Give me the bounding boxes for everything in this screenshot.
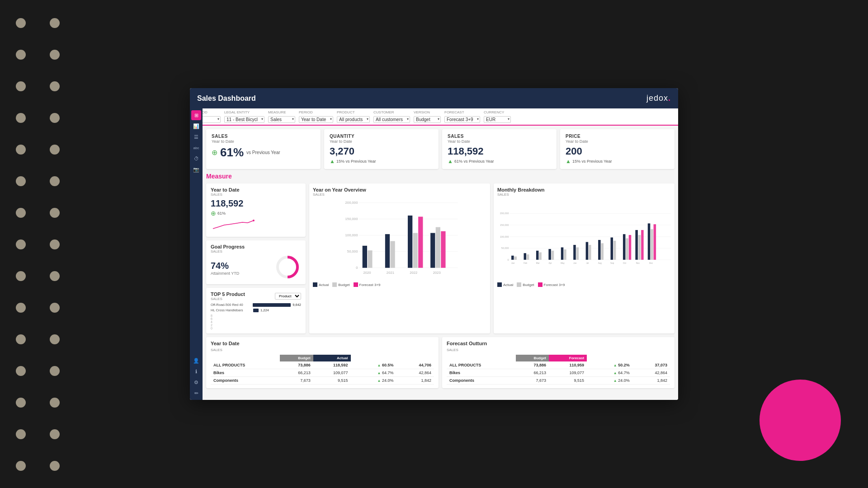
filter-select-wrap-3: Year to DateMonthYTD <box>299 115 333 123</box>
filter-group-4: ProductAll products <box>337 110 370 123</box>
svg-text:2020: 2020 <box>363 271 371 275</box>
forecast-table-row-0: ALL PRODUCTS 73,886 110,959 ▲ 50.2% 37,0… <box>447 361 670 369</box>
ytd-table-title: Year to Date <box>211 341 434 346</box>
filter-select-1[interactable]: 11 - Best Bicycl <box>224 116 264 123</box>
ytd-cell-budget-2: 7,673 <box>280 377 313 385</box>
yoy-chart-subtitle: SALES <box>313 192 486 197</box>
kpi-arrow-3: ▲ <box>566 158 571 164</box>
sidebar-icon-info[interactable]: ℹ <box>191 366 201 376</box>
ytd-cell-actual-1: 109,077 <box>313 369 351 377</box>
svg-text:Feb: Feb <box>524 262 527 264</box>
dot <box>16 429 26 439</box>
top5-panel: TOP 5 Product Sales Product Off-Road-500… <box>206 288 306 333</box>
legend-actual-icon <box>313 282 317 287</box>
svg-rect-45 <box>539 252 541 259</box>
filter-select-7[interactable]: Forecast 3+9Forecast 6+6 <box>444 116 480 123</box>
monthly-legend: Actual Budget Forecast 3+9 <box>497 282 671 287</box>
tables-row: Year to Date Sales Product Budget Actual… <box>206 337 675 388</box>
ytd-table-row-1: Bikes 66,213 109,077 ▲ 64.7% 42,864 <box>211 369 434 377</box>
sidebar-icon-tools[interactable]: ✏ <box>191 388 201 398</box>
charts-row: Year to Date Sales 118,592 ⊕ 61% Goal <box>206 183 675 333</box>
forecast-cell-label-0: ALL PRODUCTS <box>447 361 516 369</box>
top5-bar-list: Off-Road-500 Red 40 9,642 HL Cross Handl… <box>211 303 301 312</box>
sidebar-icon-camera[interactable]: 📷 <box>191 164 201 174</box>
svg-rect-22 <box>441 231 445 268</box>
sidebar-icon-chart[interactable]: 📊 <box>191 121 201 131</box>
dot <box>50 176 60 186</box>
filter-select-3[interactable]: Year to DateMonthYTD <box>299 116 333 123</box>
svg-text:150,000: 150,000 <box>345 217 358 221</box>
svg-text:50,000: 50,000 <box>347 249 358 253</box>
ytd-table-row-0: ALL PRODUCTS 73,886 118,592 ▲ 60.5% 44,7… <box>211 361 434 369</box>
filter-select-2[interactable]: SalesQuantityPrice <box>268 116 295 123</box>
yoy-chart-svg: 200,000 150,000 100,000 50,000 0 <box>313 199 486 281</box>
forecast-cell-budget-1: 66,213 <box>516 369 549 377</box>
filter-select-8[interactable]: EURUSDGBP <box>484 116 511 123</box>
filter-group-8: CurrencyEURUSDGBP <box>484 110 511 123</box>
kpi-change-1: ▲ 15% vs Previous Year <box>330 158 433 164</box>
dot <box>16 239 26 249</box>
ytd-table: Product Budget Actual Variance % Varianc… <box>211 355 434 385</box>
top5-item-0: Off-Road-500 Red 40 9,642 <box>211 303 301 307</box>
filter-select-6[interactable]: BudgetActual <box>414 116 441 123</box>
dot <box>50 366 60 376</box>
goal-title: Goal Progress <box>211 244 301 249</box>
kpi-title-0: SALES <box>212 134 315 139</box>
filter-select-wrap-7: Forecast 3+9Forecast 6+6 <box>444 115 480 123</box>
filter-label-2: Measure <box>268 110 295 114</box>
kpi-value-0: 61% <box>220 145 244 160</box>
sidebar-icon-user[interactable]: 👤 <box>191 356 201 366</box>
dot <box>50 429 60 439</box>
svg-text:200,000: 200,000 <box>500 212 509 215</box>
top5-yaxis: 86420 <box>211 314 301 330</box>
sidebar-icon-list[interactable]: ☰ <box>191 132 201 142</box>
filter-label-4: Product <box>337 110 370 114</box>
monthly-legend-actual-icon <box>497 282 502 287</box>
svg-rect-51 <box>576 247 579 259</box>
svg-text:Jul: Jul <box>586 262 589 264</box>
filter-group-1: Legal Entity11 - Best Bicycl <box>224 110 264 123</box>
svg-rect-42 <box>524 253 526 260</box>
svg-rect-27 <box>313 282 317 287</box>
ytd-table-panel: Year to Date Sales Product Budget Actual… <box>206 337 439 388</box>
monthly-legend-forecast-icon <box>538 282 542 287</box>
dot <box>16 303 26 313</box>
legend-forecast-icon <box>354 282 358 287</box>
top5-title: TOP 5 Product Sales <box>211 291 245 301</box>
svg-rect-61 <box>635 230 637 260</box>
ytd-cell-label-0: ALL PRODUCTS <box>211 361 280 369</box>
sidebar-icon-home[interactable]: ⊞ <box>191 110 201 120</box>
sidebar-icon-settings[interactable]: ⚙ <box>191 377 201 387</box>
kpi-title-1: QUANTITY <box>330 134 433 139</box>
sidebar-icon-analytics[interactable]: abc <box>191 143 201 153</box>
forecast-cell-forecast-1: 109,077 <box>549 369 587 377</box>
forecast-table-title: Forecast Outturn <box>447 341 670 346</box>
forecast-th-product: Product <box>447 355 516 361</box>
forecast-cell-varpct-2: ▲ 24.0% <box>587 377 632 385</box>
top5-product-select[interactable]: Product <box>275 293 301 300</box>
filter-select-wrap-6: BudgetActual <box>414 115 441 123</box>
filter-group-7: ForecastForecast 3+9Forecast 6+6 <box>444 110 480 123</box>
top5-bar-1 <box>253 309 259 312</box>
monthly-chart-area: 200,000 150,000 100,000 50,000 0 <box>497 199 671 281</box>
sidebar-icon-clock[interactable]: ⏱ <box>191 154 201 164</box>
kpi-subtitle-3: Year to Date <box>566 139 669 144</box>
svg-text:2023: 2023 <box>433 271 441 275</box>
ytd-arrow: ⊕ <box>211 210 216 217</box>
ytd-panel-subtitle: Sales <box>211 192 301 197</box>
dot <box>50 81 60 91</box>
top5-item-1: HL Cross Handlebars 1,224 <box>211 308 301 312</box>
filter-group-5: CustomerAll customers <box>373 110 410 123</box>
legend-actual: Actual <box>313 282 329 287</box>
ytd-cell-variance-0: 44,706 <box>396 361 434 369</box>
ytd-table-body: ALL PRODUCTS 73,886 118,592 ▲ 60.5% 44,7… <box>211 361 434 385</box>
filter-select-5[interactable]: All customers <box>373 116 410 123</box>
svg-rect-63 <box>641 230 643 260</box>
filter-select-4[interactable]: All products <box>337 116 370 123</box>
svg-rect-49 <box>564 249 566 260</box>
svg-text:200,000: 200,000 <box>345 201 358 205</box>
svg-rect-41 <box>514 257 516 260</box>
svg-text:Jan: Jan <box>511 262 515 264</box>
ytd-table-row-2: Components 7,673 9,515 ▲ 24.0% 1,842 <box>211 377 434 385</box>
filter-label-8: Currency <box>484 110 511 114</box>
